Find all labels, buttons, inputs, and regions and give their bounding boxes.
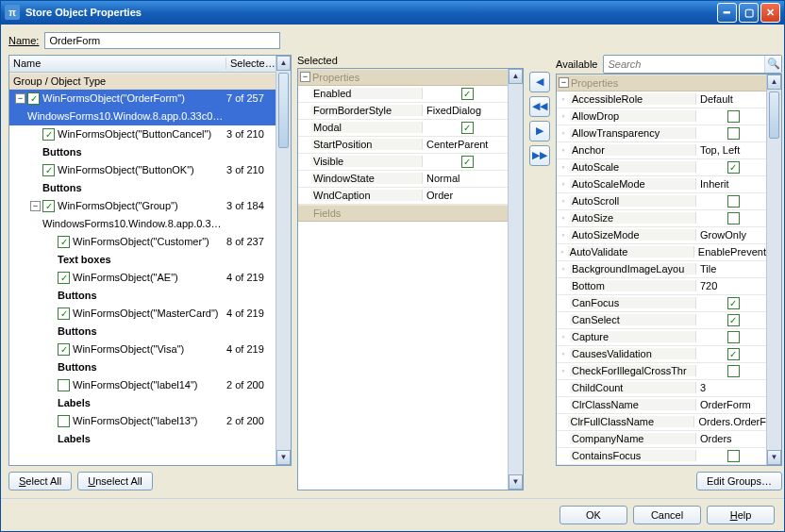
- move-all-left-button[interactable]: ◀◀: [529, 96, 550, 117]
- checkbox[interactable]: [727, 450, 740, 462]
- tree-header[interactable]: Name Selecte…: [9, 56, 276, 73]
- property-row[interactable]: CompanyNameOrders: [557, 431, 766, 448]
- scroll-thumb[interactable]: [278, 73, 289, 148]
- property-value[interactable]: 3: [696, 382, 766, 393]
- property-row[interactable]: StartPositionCenterParent: [298, 137, 508, 154]
- tree-row[interactable]: −✓WinFormsObject("OrderForm")7 of 257: [9, 90, 276, 108]
- tree-row[interactable]: ✓WinFormsObject("ButtonOK")3 of 210: [9, 161, 276, 179]
- property-value[interactable]: 720: [696, 280, 766, 291]
- maximize-button[interactable]: ▢: [739, 3, 759, 23]
- tree-row[interactable]: −✓WinFormsObject("Group")3 of 184: [9, 197, 276, 215]
- property-row[interactable]: ◦AutoSize: [557, 210, 766, 227]
- scroll-down-icon[interactable]: ▼: [276, 450, 291, 465]
- property-row[interactable]: ◦AutoScroll: [557, 193, 766, 210]
- property-row[interactable]: ClrClassNameOrderForm: [557, 397, 766, 414]
- search-input[interactable]: [604, 57, 764, 72]
- property-row[interactable]: ◦AutoScale✓: [557, 159, 766, 176]
- property-row[interactable]: WndCaptionOrder: [298, 188, 508, 205]
- checkbox[interactable]: ✓: [461, 88, 474, 100]
- checkbox[interactable]: [58, 379, 70, 391]
- object-tree[interactable]: Name Selecte… Group / Object Type −✓WinF…: [8, 55, 292, 466]
- property-row[interactable]: ◦AccessibleRoleDefault: [557, 91, 766, 108]
- properties-header[interactable]: − Properties: [557, 75, 766, 91]
- tree-row[interactable]: Labels: [9, 430, 276, 448]
- checkbox[interactable]: ✓: [42, 164, 55, 176]
- checkbox[interactable]: ✓: [58, 308, 70, 320]
- property-value[interactable]: ✓: [696, 161, 766, 174]
- selected-properties-box[interactable]: − PropertiesEnabled✓FormBorderStyleFixed…: [297, 68, 524, 490]
- expander-icon[interactable]: −: [30, 201, 41, 211]
- property-value[interactable]: [696, 450, 766, 462]
- property-row[interactable]: ◦BackgroundImageLayouTile: [557, 261, 766, 278]
- property-value[interactable]: Default: [696, 93, 766, 105]
- property-value[interactable]: Normal: [423, 173, 508, 184]
- property-row[interactable]: ClrFullClassNameOrders.OrderF: [557, 414, 766, 431]
- tree-row[interactable]: Buttons: [9, 143, 276, 161]
- checkbox[interactable]: [727, 212, 740, 224]
- property-value[interactable]: [696, 212, 766, 224]
- name-input[interactable]: [44, 32, 280, 49]
- property-row[interactable]: ◦AllowTransparency: [557, 125, 766, 142]
- edit-groups-button[interactable]: Edit Groups…: [696, 472, 782, 490]
- property-value[interactable]: Order: [423, 190, 508, 201]
- property-value[interactable]: EnablePrevent: [694, 246, 766, 258]
- property-value[interactable]: CenterParent: [423, 139, 508, 150]
- checkbox[interactable]: [727, 195, 740, 208]
- property-row[interactable]: Modal✓: [298, 120, 508, 137]
- minimize-button[interactable]: ━: [717, 3, 737, 23]
- property-row[interactable]: ◦CausesValidation✓: [557, 346, 766, 363]
- property-value[interactable]: ✓: [696, 314, 766, 326]
- checkbox[interactable]: ✓: [42, 128, 55, 141]
- property-row[interactable]: ◦AutoSizeModeGrowOnly: [557, 227, 766, 244]
- selected-scrollbar[interactable]: ▲ ▼: [508, 69, 523, 490]
- close-button[interactable]: ✕: [760, 3, 780, 23]
- property-value[interactable]: Top, Left: [696, 144, 766, 156]
- property-row[interactable]: ◦AutoValidateEnablePrevent: [557, 244, 766, 261]
- checkbox[interactable]: ✓: [461, 122, 474, 134]
- collapse-icon[interactable]: −: [559, 77, 569, 88]
- tree-scrollbar[interactable]: ▲ ▼: [276, 56, 291, 465]
- checkbox[interactable]: [727, 127, 740, 140]
- checkbox[interactable]: ✓: [58, 343, 70, 356]
- checkbox[interactable]: [727, 331, 740, 343]
- tree-row[interactable]: ✓WinFormsObject("Visa")4 of 219: [9, 341, 276, 358]
- property-value[interactable]: [696, 365, 766, 377]
- help-button[interactable]: Help: [707, 506, 775, 524]
- scroll-thumb[interactable]: [769, 91, 779, 139]
- tree-col-selected[interactable]: Selecte…: [226, 58, 276, 69]
- property-value[interactable]: OrderForm: [696, 399, 766, 410]
- tree-row[interactable]: Buttons: [9, 323, 276, 341]
- search-icon[interactable]: 🔍: [764, 56, 781, 73]
- scroll-down-icon[interactable]: ▼: [767, 450, 781, 465]
- property-value[interactable]: [696, 110, 766, 123]
- property-value[interactable]: ✓: [423, 88, 508, 100]
- scroll-up-icon[interactable]: ▲: [767, 75, 781, 90]
- property-row[interactable]: Bottom720: [557, 278, 766, 295]
- property-row[interactable]: Enabled✓: [298, 86, 508, 103]
- tree-row[interactable]: WinFormsObject("label13")2 of 200: [9, 412, 276, 430]
- property-value[interactable]: Orders.OrderF: [694, 416, 766, 427]
- property-value[interactable]: Inherit: [696, 178, 766, 190]
- checkbox[interactable]: [727, 110, 740, 123]
- checkbox[interactable]: ✓: [58, 272, 70, 284]
- property-row[interactable]: ◦AutoScaleModeInherit: [557, 176, 766, 193]
- property-row[interactable]: CanFocus✓: [557, 295, 766, 312]
- tree-row[interactable]: Buttons: [9, 179, 276, 197]
- tree-row[interactable]: Buttons: [9, 358, 276, 376]
- tree-row[interactable]: ✓WinFormsObject("Customer")8 of 237: [9, 233, 276, 251]
- checkbox[interactable]: [58, 415, 70, 427]
- tree-row[interactable]: ✓WinFormsObject("MasterCard")4 of 219: [9, 305, 276, 323]
- property-value[interactable]: FixedDialog: [423, 105, 508, 116]
- checkbox[interactable]: [727, 365, 740, 377]
- property-row[interactable]: ◦AllowDrop: [557, 108, 766, 125]
- property-value[interactable]: ✓: [696, 297, 766, 309]
- titlebar[interactable]: π Store Object Properties ━ ▢ ✕: [1, 1, 784, 25]
- property-row[interactable]: ContainsFocus: [557, 448, 766, 465]
- tree-row[interactable]: ✓WinFormsObject("ButtonCancel")3 of 210: [9, 125, 276, 143]
- property-value[interactable]: ✓: [423, 122, 508, 134]
- property-row[interactable]: WindowStateNormal: [298, 171, 508, 188]
- property-row[interactable]: FormBorderStyleFixedDialog: [298, 103, 508, 120]
- property-row[interactable]: ◦CheckForIllegalCrossThr: [557, 363, 766, 380]
- checkbox[interactable]: ✓: [42, 200, 55, 212]
- move-right-button[interactable]: ▶: [529, 121, 550, 141]
